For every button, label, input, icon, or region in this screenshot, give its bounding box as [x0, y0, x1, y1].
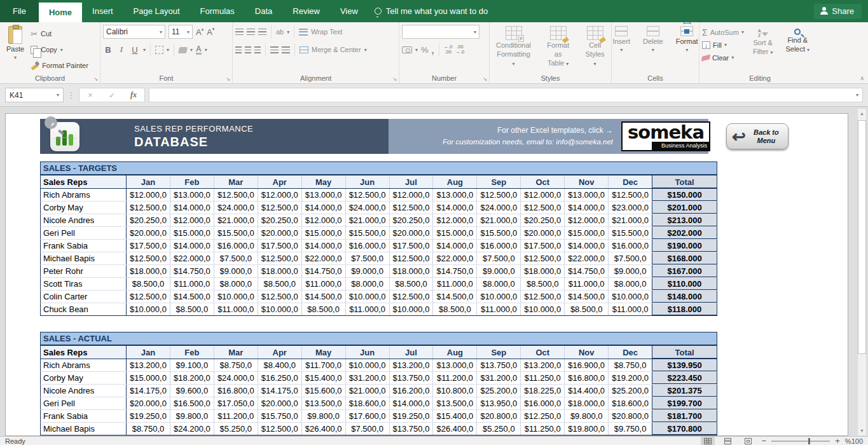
value-cell[interactable]: $15.000,0 [302, 227, 346, 239]
value-cell[interactable]: $11.000,0 [477, 303, 521, 315]
value-cell[interactable]: $20.250,0 [258, 214, 302, 226]
value-cell[interactable]: $12.250,0 [521, 410, 565, 422]
value-cell[interactable]: $17.600,0 [346, 410, 390, 422]
tab-insert[interactable]: Insert [82, 0, 123, 22]
value-cell[interactable]: $8.500,0 [258, 278, 302, 290]
value-cell[interactable]: $15.500,0 [214, 227, 258, 239]
value-cell[interactable]: $13.200,0 [127, 359, 170, 371]
value-cell[interactable]: $18.000,0 [127, 265, 170, 277]
value-cell[interactable]: $12.000,0 [127, 189, 170, 201]
month-header-cell[interactable]: Jun [346, 346, 390, 359]
value-cell[interactable]: $12.500,0 [127, 291, 170, 303]
rep-name-cell[interactable]: Nicole Andres [41, 214, 127, 226]
copy-button[interactable]: Copy▾ [31, 43, 88, 57]
value-cell[interactable]: $8.750,0 [214, 359, 258, 371]
value-cell[interactable]: $14.500,0 [302, 291, 346, 303]
rep-name-cell[interactable]: Michael Bapis [41, 423, 127, 435]
comma-style-button[interactable]: , [432, 44, 434, 55]
cut-button[interactable]: ✂Cut [31, 27, 88, 41]
value-cell[interactable]: $8.000,0 [477, 278, 521, 290]
tab-view[interactable]: View [330, 0, 368, 22]
borders-icon[interactable] [155, 46, 163, 54]
align-bottom-icon[interactable] [258, 29, 266, 36]
total-cell[interactable]: $168.000 [652, 252, 717, 264]
month-header-cell[interactable]: Jul [390, 346, 434, 359]
value-cell[interactable]: $26.400,0 [433, 423, 477, 435]
value-cell[interactable]: $22.000,0 [170, 252, 214, 264]
rep-name-cell[interactable]: Corby May [41, 202, 127, 214]
value-cell[interactable]: $10.000,0 [346, 291, 390, 303]
normal-view-button[interactable] [701, 437, 715, 445]
fill-button[interactable]: ↓Fill▾ [702, 39, 744, 50]
month-header-cell[interactable]: Mar [214, 346, 258, 359]
value-cell[interactable]: $11.000,0 [302, 278, 346, 290]
value-cell[interactable]: $14.750,0 [170, 265, 214, 277]
value-cell[interactable]: $13.200,0 [390, 359, 434, 371]
value-cell[interactable]: $16.000,0 [346, 240, 390, 252]
value-cell[interactable]: $22.000,0 [565, 252, 609, 264]
value-cell[interactable]: $12.500,0 [346, 189, 390, 201]
promo-line-1[interactable]: For other Excel templates, click → [443, 125, 613, 136]
total-cell[interactable]: $118.000 [652, 303, 717, 315]
value-cell[interactable]: $8.500,0 [565, 303, 609, 315]
value-cell[interactable]: $17.050,0 [214, 397, 258, 409]
value-cell[interactable]: $20.000,0 [127, 227, 170, 239]
italic-button[interactable]: I [116, 44, 127, 55]
value-cell[interactable]: $14.000,0 [170, 202, 214, 214]
value-cell[interactable]: $13.200,0 [521, 359, 565, 371]
value-cell[interactable]: $14.750,0 [565, 265, 609, 277]
grow-font-button[interactable]: A▴ [196, 27, 203, 37]
value-cell[interactable]: $13.750,0 [390, 372, 434, 384]
decrease-indent-icon[interactable] [270, 46, 279, 53]
value-cell[interactable]: $13.000,0 [302, 189, 346, 201]
total-cell[interactable]: $201.000 [652, 202, 717, 214]
total-header-cell[interactable]: Total [652, 175, 717, 188]
value-cell[interactable]: $11.000,0 [433, 278, 477, 290]
delete-cells-button[interactable]: Delete ▾ [639, 25, 667, 72]
value-cell[interactable]: $25.200,0 [609, 385, 652, 397]
value-cell[interactable]: $9.000,0 [477, 265, 521, 277]
page-layout-view-button[interactable] [721, 437, 735, 445]
value-cell[interactable]: $20.800,0 [609, 410, 652, 422]
value-cell[interactable]: $12.500,0 [521, 291, 565, 303]
font-size-combobox[interactable]: 11▾ [169, 25, 193, 39]
table-title-cell[interactable]: SALES - ACTUAL [40, 332, 717, 346]
month-header-cell[interactable]: Apr [258, 346, 302, 359]
value-cell[interactable]: $10.000,0 [346, 359, 390, 371]
value-cell[interactable]: $11.250,0 [521, 372, 565, 384]
value-cell[interactable]: $24.000,0 [477, 202, 521, 214]
value-cell[interactable]: $8.750,0 [609, 359, 652, 371]
conditional-formatting-button[interactable]: ≠ ConditionalFormatting ▾ [492, 25, 535, 72]
table-title-cell[interactable]: SALES - TARGETS [40, 161, 717, 175]
value-cell[interactable]: $20.000,0 [390, 227, 434, 239]
value-cell[interactable]: $12.500,0 [258, 252, 302, 264]
value-cell[interactable]: $12.000,0 [433, 214, 477, 226]
vertical-scrollbar[interactable]: ▲ ▼ [857, 108, 867, 436]
chevron-down-icon[interactable]: ▾ [14, 55, 17, 61]
month-header-cell[interactable]: Dec [609, 175, 652, 188]
value-cell[interactable]: $12.500,0 [258, 202, 302, 214]
value-cell[interactable]: $12.000,0 [170, 214, 214, 226]
value-cell[interactable]: $15.500,0 [609, 227, 652, 239]
total-cell[interactable]: $199.700 [652, 397, 717, 409]
value-cell[interactable]: $8.000,0 [214, 278, 258, 290]
total-cell[interactable]: $201.375 [652, 385, 717, 397]
total-cell[interactable]: $181.700 [652, 410, 717, 422]
value-cell[interactable]: $15.400,0 [302, 372, 346, 384]
rep-name-cell[interactable]: Geri Pell [41, 397, 127, 409]
value-cell[interactable]: $19.800,0 [565, 423, 609, 435]
value-cell[interactable]: $12.500,0 [521, 252, 565, 264]
value-cell[interactable]: $14.000,0 [433, 202, 477, 214]
value-cell[interactable]: $15.000,0 [565, 227, 609, 239]
resize-dots-icon[interactable]: ⋮ [67, 91, 75, 100]
format-cells-button[interactable]: Format ▾ [672, 25, 702, 72]
chevron-down-icon[interactable]: ▾ [57, 92, 59, 98]
month-header-cell[interactable]: Oct [521, 175, 565, 188]
value-cell[interactable]: $18.225,0 [521, 385, 565, 397]
value-cell[interactable]: $10.000,0 [127, 303, 170, 315]
month-header-cell[interactable]: May [302, 346, 346, 359]
tab-formulas[interactable]: Formulas [190, 0, 245, 22]
insert-cells-button[interactable]: Insert ▾ [609, 25, 634, 72]
value-cell[interactable]: $5.250,0 [214, 423, 258, 435]
month-header-cell[interactable]: Aug [433, 175, 477, 188]
